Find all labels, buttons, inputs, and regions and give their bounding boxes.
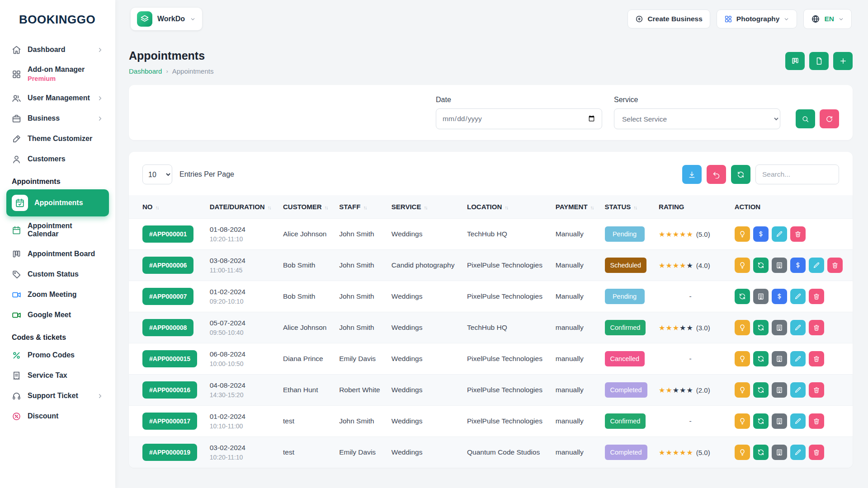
download-icon	[688, 171, 696, 178]
filter-reset-button[interactable]	[820, 109, 839, 128]
edit-action-button[interactable]	[790, 351, 806, 366]
sidebar-item-theme-customizer[interactable]: Theme Customizer	[6, 129, 109, 149]
breadcrumb: Dashboard › Appointments	[129, 67, 213, 75]
bulb-action-button[interactable]	[735, 320, 750, 335]
sidebar-item-google-meet[interactable]: Google Meet	[6, 305, 109, 325]
entries-per-page-select[interactable]: 10	[142, 164, 172, 184]
topbar-right: Create Business Photography EN	[627, 9, 852, 29]
create-business-button[interactable]: Create Business	[627, 9, 710, 28]
content: Appointments Dashboard › Appointments Da…	[115, 34, 868, 488]
edit-action-button[interactable]	[790, 289, 806, 304]
add-appointment-button[interactable]	[833, 52, 853, 70]
sidebar-item-appointments[interactable]: Appointments	[6, 189, 109, 216]
appointment-no-badge[interactable]: #APP000006	[142, 257, 193, 274]
trash-action-button[interactable]	[809, 445, 824, 460]
column-header-staff[interactable]: STAFF↑↓	[335, 195, 387, 219]
edit-action-button[interactable]	[809, 258, 824, 273]
sidebar-item-label: Support Ticket	[28, 392, 78, 400]
workspace-selector[interactable]: WorkDo	[131, 8, 202, 30]
bulb-action-button[interactable]	[735, 445, 750, 460]
appointment-no-badge[interactable]: #APP000001	[142, 225, 193, 243]
trash-action-button[interactable]	[809, 351, 824, 366]
building-action-button[interactable]	[772, 258, 787, 273]
sidebar-item-user-management[interactable]: User Management	[6, 88, 109, 108]
receipt-icon	[12, 371, 21, 380]
edit-action-button[interactable]	[790, 382, 806, 398]
building-action-button[interactable]	[772, 413, 787, 429]
building-action-button[interactable]	[772, 351, 787, 366]
sync-action-button[interactable]	[753, 413, 769, 429]
trash-action-button[interactable]	[809, 382, 824, 398]
appointment-no-badge[interactable]: #APP000008	[142, 319, 193, 336]
building-action-button[interactable]	[772, 382, 787, 398]
building-action-button[interactable]	[772, 445, 787, 460]
sync-action-button[interactable]	[753, 445, 769, 460]
bulb-action-button[interactable]	[735, 258, 750, 273]
filter-search-button[interactable]	[796, 109, 815, 128]
dollar-action-button[interactable]	[753, 226, 769, 242]
trash-action-button[interactable]	[809, 413, 824, 429]
status-badge: Pending	[605, 289, 645, 304]
rating-stars: ★★★★★	[659, 324, 693, 332]
sidebar-item-discount[interactable]: Discount	[6, 406, 109, 427]
sidebar-item-add-on-manager[interactable]: Add-on ManagerPremium	[6, 60, 109, 88]
refresh-button[interactable]	[731, 165, 750, 184]
appointment-no-badge[interactable]: #APP0000017	[142, 413, 197, 430]
sidebar-item-business[interactable]: Business	[6, 108, 109, 129]
appointment-duration: 09:50-10:40	[210, 329, 274, 336]
sidebar-item-support-ticket[interactable]: Support Ticket	[6, 386, 109, 406]
dollar-action-button[interactable]	[790, 258, 806, 273]
building-action-button[interactable]	[772, 320, 787, 335]
trash-action-button[interactable]	[827, 258, 843, 273]
appointment-board-button[interactable]	[785, 52, 805, 70]
column-header-customer[interactable]: CUSTOMER↑↓	[278, 195, 335, 219]
column-header-no[interactable]: NO↑↓	[129, 195, 205, 219]
trash-action-button[interactable]	[790, 226, 806, 242]
trash-action-button[interactable]	[809, 289, 824, 304]
sidebar-item-dashboard[interactable]: Dashboard	[6, 40, 109, 60]
column-header-status[interactable]: STATUS↑↓	[600, 195, 655, 219]
breadcrumb-dashboard-link[interactable]: Dashboard	[129, 67, 162, 75]
sidebar-item-zoom-meeting[interactable]: Zoom Meeting	[6, 285, 109, 305]
column-header-payment[interactable]: PAYMENT↑↓	[551, 195, 600, 219]
export-file-button[interactable]	[809, 52, 829, 70]
dollar-action-button[interactable]	[772, 289, 787, 304]
plus-circle-icon	[635, 15, 643, 23]
building-action-button[interactable]	[753, 289, 769, 304]
bulb-action-button[interactable]	[735, 413, 750, 429]
column-header-date-duration[interactable]: DATE/DURATION↑↓	[205, 195, 278, 219]
edit-action-button[interactable]	[790, 445, 806, 460]
edit-action-button[interactable]	[790, 320, 806, 335]
sync-action-button[interactable]	[753, 382, 769, 398]
sidebar-item-custom-status[interactable]: Custom Status	[6, 264, 109, 285]
undo-button[interactable]	[707, 165, 726, 184]
sidebar-item-appointment-board[interactable]: Appointment Board	[6, 244, 109, 264]
sidebar-item-appointment-calendar[interactable]: Appointment Calendar	[6, 216, 109, 244]
appointment-no-badge[interactable]: #APP000007	[142, 288, 193, 305]
sync-action-button[interactable]	[753, 258, 769, 273]
edit-action-button[interactable]	[790, 413, 806, 429]
bulb-action-button[interactable]	[735, 382, 750, 398]
sync-action-button[interactable]	[753, 320, 769, 335]
appointment-no-badge[interactable]: #APP0000015	[142, 350, 197, 367]
column-header-service[interactable]: SERVICE↑↓	[387, 195, 462, 219]
status-badge: Cancelled	[605, 351, 645, 366]
download-button[interactable]	[682, 165, 702, 184]
appointment-no-badge[interactable]: #APP0000019	[142, 444, 197, 461]
table-search-input[interactable]	[755, 164, 839, 184]
bulb-action-button[interactable]	[735, 351, 750, 366]
sidebar-item-promo-codes[interactable]: Promo Codes	[6, 345, 109, 366]
column-header-location[interactable]: LOCATION↑↓	[462, 195, 551, 219]
sync-action-button[interactable]	[735, 289, 750, 304]
language-selector[interactable]: EN	[803, 9, 852, 29]
sync-action-button[interactable]	[753, 351, 769, 366]
service-select[interactable]: Select Service	[614, 108, 780, 129]
date-input[interactable]	[436, 108, 602, 129]
appointment-no-badge[interactable]: #APP0000016	[142, 381, 197, 399]
trash-action-button[interactable]	[809, 320, 824, 335]
edit-action-button[interactable]	[772, 226, 787, 242]
business-type-selector[interactable]: Photography	[717, 9, 797, 28]
bulb-action-button[interactable]	[735, 226, 750, 242]
sidebar-item-customers[interactable]: Customers	[6, 149, 109, 169]
sidebar-item-service-tax[interactable]: Service Tax	[6, 366, 109, 386]
